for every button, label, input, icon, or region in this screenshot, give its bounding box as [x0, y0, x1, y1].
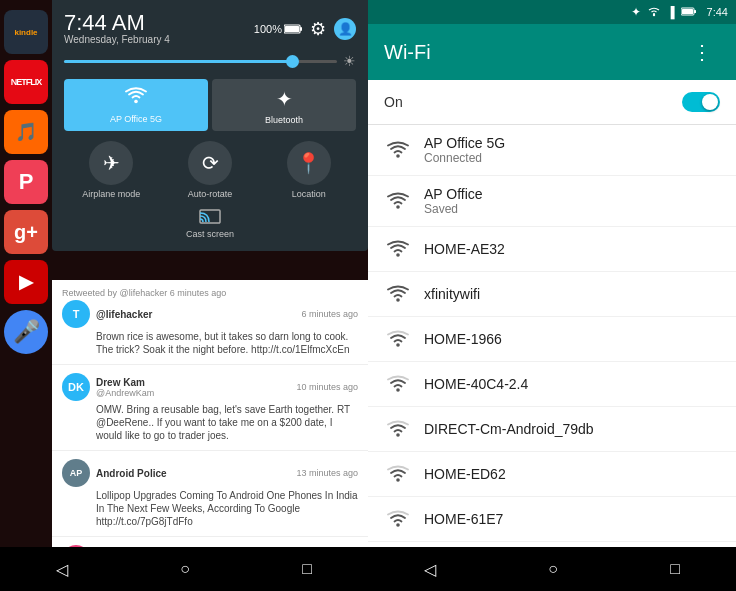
notif-item-2[interactable]: AP Android Police 13 minutes ago Lollipo… — [52, 451, 368, 537]
svg-point-3 — [134, 100, 138, 104]
gplus-icon[interactable]: g+ — [4, 210, 48, 254]
wifi-network-item[interactable]: DIRECT-Cm-Android_79db — [368, 407, 736, 452]
home-button-right[interactable]: ○ — [548, 560, 558, 578]
bluetooth-status-icon: ✦ — [631, 5, 641, 19]
airplane-label: Airplane mode — [82, 189, 140, 199]
time-status: 7:44 — [707, 6, 728, 18]
wifi-toolbar: Wi-Fi ⋮ — [368, 24, 736, 80]
back-button-right[interactable]: ◁ — [424, 560, 436, 579]
wifi-signal-icon — [384, 417, 412, 441]
svg-rect-7 — [694, 10, 696, 13]
notif-item-3[interactable]: CS Cameron Summerson @summerso 13 minute… — [52, 537, 368, 547]
wifi-network-status: Saved — [424, 202, 720, 216]
bluetooth-toggle[interactable]: ✦ Bluetooth — [212, 79, 356, 131]
rotate-icon: ⟳ — [188, 141, 232, 185]
status-icons: 100% ⚙ 👤 — [254, 18, 356, 40]
wifi-network-item[interactable]: HOME-40C4-2.4 — [368, 362, 736, 407]
brightness-fill — [64, 60, 296, 63]
wifi-network-item[interactable]: HOME-AE32 — [368, 227, 736, 272]
notif-header-1: DK Drew Kam @AndrewKam 10 minutes ago — [62, 373, 358, 401]
wifi-network-name: HOME-ED62 — [424, 466, 720, 482]
left-panel: kindle NETFLIX 🎵 P g+ ▶ 🎤 7:44 AM Wednes… — [0, 0, 368, 591]
wifi-on-label: On — [384, 94, 403, 110]
wifi-network-name: HOME-1966 — [424, 331, 720, 347]
time-display: 7:44 AM Wednesday, February 4 — [64, 12, 170, 45]
notif-text-2: Lollipop Upgrades Coming To Android One … — [96, 489, 358, 528]
wifi-network-name: xfinitywifi — [424, 286, 720, 302]
wifi-network-item[interactable]: AP Office 5GConnected — [368, 125, 736, 176]
recents-button-left[interactable]: □ — [302, 560, 312, 578]
date: Wednesday, February 4 — [64, 34, 170, 45]
notif-header-2: AP Android Police 13 minutes ago — [62, 459, 358, 487]
wifi-network-name: AP Office 5G — [424, 135, 720, 151]
wifi-signal-icon — [384, 372, 412, 396]
notif-item-1[interactable]: DK Drew Kam @AndrewKam 10 minutes ago OM… — [52, 365, 368, 451]
mic-icon[interactable]: 🎤 — [4, 310, 48, 354]
wifi-signal-icon — [384, 189, 412, 213]
wifi-network-item[interactable]: xfinitywifi — [368, 272, 736, 317]
recents-button-right[interactable]: □ — [670, 560, 680, 578]
wifi-master-toggle[interactable] — [682, 92, 720, 112]
notif-retweeted: Retweeted by @lifehacker 6 minutes ago — [62, 288, 358, 298]
battery-icon — [284, 24, 302, 34]
bluetooth-toggle-icon: ✦ — [276, 87, 293, 111]
kindle-icon[interactable]: kindle — [4, 10, 48, 54]
nav-bar-right: ◁ ○ □ — [368, 547, 736, 591]
user-avatar-icon[interactable]: 👤 — [334, 18, 356, 40]
location-label: Location — [292, 189, 326, 199]
svg-point-16 — [396, 478, 400, 482]
location-icon: 📍 — [287, 141, 331, 185]
wifi-status-icon — [647, 6, 661, 19]
wifi-status-bar: ✦ ▐ 7:44 — [368, 0, 736, 24]
auto-rotate-button[interactable]: ⟳ Auto-rotate — [163, 141, 258, 199]
airplane-icon: ✈ — [89, 141, 133, 185]
youtube-icon[interactable]: ▶ — [4, 260, 48, 304]
nav-bar-left: ◁ ○ □ — [0, 547, 368, 591]
bluetooth-toggle-label: Bluetooth — [265, 115, 303, 125]
notif-header-0: T @lifehacker 6 minutes ago — [62, 300, 358, 328]
notif-time-0: 6 minutes ago — [301, 309, 358, 319]
location-button[interactable]: 📍 Location — [261, 141, 356, 199]
wifi-on-row: On — [368, 80, 736, 125]
svg-point-11 — [396, 253, 400, 257]
svg-point-9 — [396, 154, 400, 158]
notif-time-2: 13 minutes ago — [296, 468, 358, 478]
notif-name-2: Android Police — [96, 468, 167, 479]
back-button-left[interactable]: ◁ — [56, 560, 68, 579]
svg-point-15 — [396, 433, 400, 437]
cast-screen-button[interactable]: Cast screen — [64, 207, 356, 239]
wifi-signal-icon — [384, 282, 412, 306]
svg-point-5 — [653, 13, 655, 15]
notif-text-1: OMW. Bring a reusable bag, let's save Ea… — [96, 403, 358, 442]
wifi-toggle[interactable]: AP Office 5G — [64, 79, 208, 131]
svg-point-10 — [396, 205, 400, 209]
svg-rect-8 — [682, 9, 693, 14]
netflix-icon[interactable]: NETFLIX — [4, 60, 48, 104]
wifi-network-item[interactable]: HOME-ED62 — [368, 452, 736, 497]
settings-gear-icon[interactable]: ⚙ — [310, 18, 326, 40]
brightness-slider[interactable] — [64, 60, 337, 63]
wifi-network-item[interactable]: HOME-1966 — [368, 317, 736, 362]
wifi-network-status: Connected — [424, 151, 720, 165]
status-bar: 7:44 AM Wednesday, February 4 100% ⚙ 👤 — [64, 12, 356, 45]
music-icon[interactable]: 🎵 — [4, 110, 48, 154]
home-button-left[interactable]: ○ — [180, 560, 190, 578]
wifi-signal-icon — [384, 462, 412, 486]
overflow-menu-button[interactable]: ⋮ — [684, 32, 720, 72]
wifi-network-item[interactable]: AP OfficeSaved — [368, 176, 736, 227]
wifi-network-name: HOME-61E7 — [424, 511, 720, 527]
wifi-signal-icon — [384, 138, 412, 162]
wifi-network-name: AP Office — [424, 186, 720, 202]
airplane-mode-button[interactable]: ✈ Airplane mode — [64, 141, 159, 199]
wifi-network-item[interactable]: HOME-61E7 — [368, 497, 736, 542]
svg-point-13 — [396, 343, 400, 347]
notif-avatar-1: DK — [62, 373, 90, 401]
battery-status-icon — [681, 6, 697, 18]
pocket-icon[interactable]: P — [4, 160, 48, 204]
wifi-signal-icon — [384, 507, 412, 531]
notif-name-0: @lifehacker — [96, 309, 152, 320]
wifi-network-name: HOME-AE32 — [424, 241, 720, 257]
notif-item-0[interactable]: Retweeted by @lifehacker 6 minutes ago T… — [52, 280, 368, 365]
wifi-toggle-label: AP Office 5G — [110, 114, 162, 124]
notif-text-0: Brown rice is awesome, but it takes so d… — [96, 330, 358, 356]
